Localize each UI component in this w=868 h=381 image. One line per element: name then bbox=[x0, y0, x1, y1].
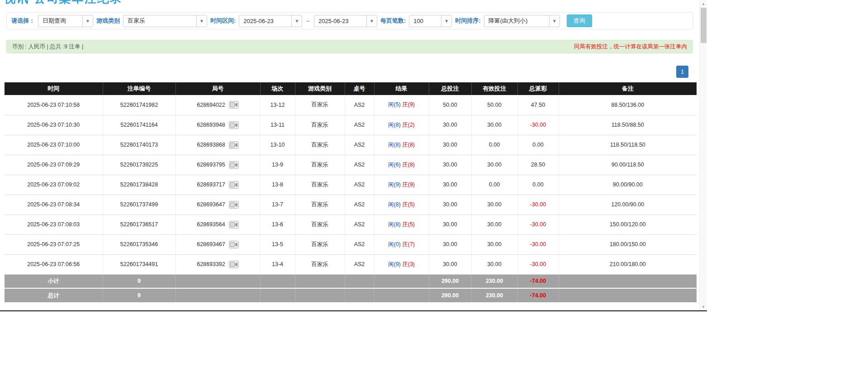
cell-table-no: AS2 bbox=[345, 155, 374, 175]
result-player: 闲(9) bbox=[388, 261, 401, 267]
cell-bet-id: 522601740173 bbox=[103, 135, 175, 155]
cell-total-bet[interactable]: 30.00 bbox=[429, 175, 471, 195]
cell-time: 2025-06-23 07:07:25 bbox=[5, 234, 103, 254]
cell-valid-bet: 30.00 bbox=[471, 234, 517, 254]
cell-payout: -30.00 bbox=[517, 214, 559, 234]
cell-result: 闲(9) 庄(9) bbox=[374, 175, 429, 195]
cell-bet-id: 522601738428 bbox=[103, 175, 175, 195]
scroll-up-icon[interactable]: ▲ bbox=[700, 0, 707, 7]
vertical-scrollbar[interactable]: ▲ ▼ bbox=[699, 0, 707, 310]
cell-round: 628693467 bbox=[175, 234, 260, 254]
cell-payout: 0.00 bbox=[517, 135, 559, 155]
chevron-down-icon[interactable]: ▼ bbox=[366, 15, 377, 27]
cell-round: 628693564 bbox=[175, 214, 260, 234]
video-replay-icon[interactable] bbox=[229, 161, 239, 169]
result-player: 闲(9) bbox=[388, 181, 401, 188]
cell-time: 2025-06-23 07:10:58 bbox=[5, 95, 103, 115]
cell-total-bet[interactable]: 30.00 bbox=[429, 155, 471, 175]
query-button[interactable]: 查询 bbox=[567, 14, 592, 27]
scrollbar-thumb[interactable] bbox=[701, 8, 707, 43]
cell-time: 2025-06-23 07:10:00 bbox=[5, 135, 103, 155]
cell-result: 闲(0) 庄(7) bbox=[374, 234, 429, 254]
cell-game-type: 百家乐 bbox=[295, 214, 345, 234]
cell-round: 628694022 bbox=[175, 95, 260, 115]
records-page: 视讯-公司桌单注纪录 请选择： 日期查询 ▼ 游戏类别 百家乐 ▼ 时间区间: … bbox=[0, 0, 707, 311]
chevron-down-icon[interactable]: ▼ bbox=[441, 15, 451, 27]
chevron-down-icon[interactable]: ▼ bbox=[291, 15, 302, 27]
video-replay-icon[interactable] bbox=[229, 241, 239, 248]
game-type-select[interactable]: 百家乐 ▼ bbox=[123, 15, 207, 27]
page-button-1[interactable]: 1 bbox=[676, 66, 688, 78]
chevron-down-icon[interactable]: ▼ bbox=[549, 15, 560, 27]
video-replay-icon[interactable] bbox=[229, 221, 239, 229]
cell-bet-id: 522601741982 bbox=[103, 95, 175, 115]
date-from-select[interactable]: 2025-06-23 ▼ bbox=[239, 15, 302, 27]
column-header: 桌号 bbox=[345, 82, 374, 95]
result-player: 闲(0) bbox=[388, 241, 401, 248]
cell-remark: 118.50/118.50 bbox=[559, 135, 697, 155]
column-header: 有效投注 bbox=[471, 82, 517, 95]
date-to-select[interactable]: 2025-06-23 ▼ bbox=[314, 15, 377, 27]
select-type-label: 请选择： bbox=[11, 17, 35, 25]
cell-valid-bet: 30.00 bbox=[471, 195, 517, 214]
cell-valid-bet: 30.00 bbox=[471, 214, 517, 234]
cell-table-no: AS2 bbox=[345, 135, 374, 155]
result-banker: 庄(8) bbox=[402, 142, 415, 148]
time-sort-label: 时间排序: bbox=[455, 17, 480, 25]
cell-total-bet[interactable]: 30.00 bbox=[429, 214, 471, 234]
round-number: 628694022 bbox=[197, 102, 225, 108]
result-player: 闲(8) bbox=[388, 122, 401, 128]
cell-session: 13-9 bbox=[260, 155, 295, 175]
video-replay-icon[interactable] bbox=[229, 141, 239, 149]
cell-round: 628693948 bbox=[175, 115, 260, 135]
video-replay-icon[interactable] bbox=[229, 101, 239, 109]
cell-table-no: AS2 bbox=[345, 195, 374, 214]
cell-total-bet[interactable]: 30.00 bbox=[429, 195, 471, 214]
summary-total-bet: 290.00 bbox=[429, 288, 471, 302]
cell-total-bet[interactable]: 30.00 bbox=[429, 135, 471, 155]
result-banker: 庄(3) bbox=[402, 261, 415, 267]
time-sort-select[interactable]: 降冪(由大到小) ▼ bbox=[484, 15, 560, 27]
chevron-down-icon[interactable]: ▼ bbox=[82, 15, 93, 27]
summary-valid-bet: 230.00 bbox=[471, 288, 517, 302]
cell-time: 2025-06-23 07:06:56 bbox=[5, 254, 103, 274]
cell-session: 13-11 bbox=[260, 115, 295, 135]
cell-total-bet[interactable]: 30.00 bbox=[429, 115, 471, 135]
currency-total-text: 币别 : 人民币 | 总共 :9 注单 | bbox=[12, 43, 83, 51]
round-number: 628693392 bbox=[197, 261, 225, 267]
scroll-down-icon[interactable]: ▼ bbox=[700, 303, 707, 310]
range-separator: ~ bbox=[305, 18, 311, 24]
round-number: 628693948 bbox=[197, 122, 225, 128]
cell-time: 2025-06-23 07:09:29 bbox=[5, 155, 103, 175]
summary-info-bar: 币别 : 人民币 | 总共 :9 注单 | 同局有效投注，统一计算在该局第一张注… bbox=[6, 40, 693, 53]
table-row: 2025-06-23 07:06:56522601734491628693392… bbox=[5, 254, 697, 274]
summary-row: 小计9290.00230.00-74.00 bbox=[5, 274, 697, 288]
cell-remark: 118.50/88.50 bbox=[559, 115, 697, 135]
video-replay-icon[interactable] bbox=[229, 181, 239, 189]
page-title: 视讯-公司桌单注纪录 bbox=[4, 0, 699, 5]
column-header: 备注 bbox=[559, 82, 697, 95]
cell-remark: 90.00/118.50 bbox=[559, 155, 697, 175]
result-player: 闲(8) bbox=[388, 221, 401, 228]
video-replay-icon[interactable] bbox=[229, 121, 239, 129]
cell-total-bet[interactable]: 30.00 bbox=[429, 254, 471, 274]
cell-total-bet[interactable]: 30.00 bbox=[429, 234, 471, 254]
chevron-down-icon[interactable]: ▼ bbox=[196, 15, 207, 27]
column-header: 场次 bbox=[260, 82, 295, 95]
result-banker: 庄(7) bbox=[402, 241, 415, 248]
cell-bet-id: 522601734491 bbox=[103, 254, 175, 274]
query-type-select[interactable]: 日期查询 ▼ bbox=[38, 15, 93, 27]
video-replay-icon[interactable] bbox=[229, 201, 239, 209]
pagination: 1 bbox=[0, 66, 688, 78]
cell-table-no: AS2 bbox=[345, 214, 374, 234]
video-replay-icon[interactable] bbox=[229, 261, 239, 268]
cell-total-bet[interactable]: 50.00 bbox=[429, 95, 471, 115]
summary-label: 总计 bbox=[5, 288, 103, 302]
table-row: 2025-06-23 07:10:58522601741982628694022… bbox=[5, 95, 697, 115]
cell-payout: -30.00 bbox=[517, 115, 559, 135]
result-banker: 庄(5) bbox=[402, 201, 415, 208]
summary-row: 总计9290.00230.00-74.00 bbox=[5, 288, 697, 302]
cell-session: 13-8 bbox=[260, 175, 295, 195]
cell-session: 13-5 bbox=[260, 234, 295, 254]
per-page-select[interactable]: 100 ▼ bbox=[409, 15, 452, 27]
